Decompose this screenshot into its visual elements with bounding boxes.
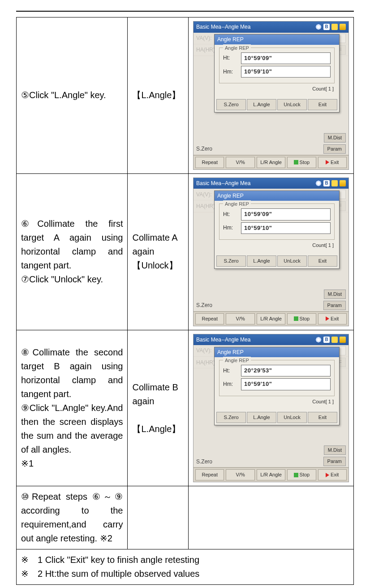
param-button[interactable]: Param: [323, 301, 346, 310]
lrangle-button[interactable]: L/R Angle: [257, 157, 285, 168]
group-label: Angle REP: [223, 200, 251, 208]
ht-label: Ht:: [223, 210, 237, 219]
group-label: Angle REP: [223, 357, 251, 364]
hm-label: Hm:: [223, 380, 237, 389]
count-label: Count[ 1 ]: [219, 83, 335, 95]
bluetooth-icon: B: [323, 337, 330, 343]
hm-label: Hm:: [223, 68, 237, 76]
repeat-button[interactable]: Repeat: [195, 157, 224, 168]
mdist-button[interactable]: M.Dist: [324, 133, 346, 143]
hm-label: Hm:: [223, 224, 237, 232]
step-text: ⑩Repeat steps ⑥～⑨ according to the requi…: [17, 486, 128, 549]
langle-button[interactable]: L.Angle: [247, 412, 276, 423]
battery-icon: [340, 180, 346, 186]
key-text: Collimate B again【L.Angle】: [128, 330, 189, 486]
key-icon: [331, 180, 338, 186]
ht-value: 20°29'53": [241, 365, 331, 376]
window-title: Basic Mea--Angle Mea: [196, 336, 250, 344]
exit-arrow-icon: [326, 160, 329, 164]
instruction-table: ⑤Click "L.Angle" key. 【L.Angle】 Basic Me…: [16, 17, 354, 585]
step-text: ⑧Collimate the second target B again usi…: [17, 330, 128, 486]
lrangle-button[interactable]: L/R Angle: [257, 469, 285, 480]
szero-side: S.Zero: [196, 145, 217, 153]
unlock-button[interactable]: UnLock: [277, 99, 307, 110]
step-text: ⑥Collimate the first target A again usin…: [17, 173, 128, 330]
battery-icon: [340, 337, 346, 343]
device-screenshot: Basic Mea--Angle Mea B VA(V): 62°19'10" …: [193, 21, 349, 170]
exit-arrow-icon: [326, 316, 329, 321]
unlock-button[interactable]: UnLock: [277, 255, 307, 267]
window-title: Basic Mea--Angle Mea: [196, 23, 250, 31]
bottom-exit-button[interactable]: Exit: [318, 313, 347, 324]
battery-icon: [340, 24, 346, 30]
play-icon: [294, 316, 298, 321]
dialog-title: Angle REP: [215, 35, 339, 45]
langle-button[interactable]: L.Angle: [247, 99, 276, 110]
szero-button[interactable]: S.Zero: [216, 412, 246, 423]
screenshot-cell: [189, 486, 354, 549]
ht-value: 10°59'09": [241, 52, 331, 64]
bluetooth-icon: B: [323, 24, 330, 30]
play-icon: [294, 160, 298, 164]
bottom-exit-button[interactable]: Exit: [318, 469, 347, 480]
exit-button[interactable]: Exit: [308, 255, 337, 267]
screenshot-cell: Basic Mea--Angle Mea B VA(V): 62°19'10" …: [189, 173, 354, 330]
exit-arrow-icon: [326, 473, 329, 477]
hm-value: 10°59'10": [241, 66, 331, 78]
window-title: Basic Mea--Angle Mea: [196, 179, 250, 188]
vpct-button[interactable]: V/%: [226, 313, 254, 324]
device-screenshot: Basic Mea--Angle Mea B VA(V): 62°19'10" …: [193, 334, 349, 483]
szero-button[interactable]: S.Zero: [216, 255, 246, 267]
screenshot-cell: Basic Mea--Angle Mea B VA(V): 62°19'10" …: [189, 17, 354, 174]
count-label: Count[ 1 ]: [219, 396, 335, 408]
exit-button[interactable]: Exit: [308, 412, 337, 423]
exit-button[interactable]: Exit: [308, 99, 337, 110]
vpct-button[interactable]: V/%: [226, 157, 254, 168]
key-text: 【L.Angle】: [128, 17, 189, 174]
ht-label: Ht:: [223, 54, 237, 62]
angle-rep-dialog: Angle REP Angle REP Ht: 10°59'09" Hm: 10…: [214, 34, 340, 112]
hm-value: 10°59'10": [241, 378, 331, 390]
gear-icon: [315, 24, 322, 30]
vpct-button[interactable]: V/%: [226, 469, 254, 480]
langle-button[interactable]: L.Angle: [247, 255, 276, 267]
key-text: Collimate A again【Unlock】: [128, 173, 189, 330]
stop-button[interactable]: Stop: [287, 157, 316, 168]
szero-side: S.Zero: [196, 458, 217, 466]
dialog-title: Angle REP: [215, 191, 339, 201]
mdist-button[interactable]: M.Dist: [324, 445, 346, 455]
play-icon: [294, 473, 298, 477]
szero-side: S.Zero: [196, 301, 217, 310]
key-text: [128, 486, 189, 549]
hm-value: 10°59'10": [241, 222, 331, 234]
repeat-button[interactable]: Repeat: [195, 313, 224, 324]
unlock-button[interactable]: UnLock: [277, 412, 307, 423]
device-screenshot: Basic Mea--Angle Mea B VA(V): 62°19'10" …: [193, 177, 349, 326]
dialog-title: Angle REP: [215, 347, 339, 358]
angle-rep-dialog: Angle REP Angle REP Ht: 20°29'53" Hm: 10…: [214, 347, 340, 425]
stop-button[interactable]: Stop: [287, 469, 316, 480]
ht-value: 10°59'09": [241, 208, 331, 220]
repeat-button[interactable]: Repeat: [195, 469, 224, 480]
notes-row: ※ 1 Click "Exit" key to finish angle ret…: [17, 549, 354, 585]
gear-icon: [315, 337, 322, 343]
bottom-exit-button[interactable]: Exit: [318, 157, 347, 168]
screenshot-cell: Basic Mea--Angle Mea B VA(V): 62°19'10" …: [189, 330, 354, 486]
bluetooth-icon: B: [323, 180, 330, 186]
group-label: Angle REP: [223, 44, 251, 52]
key-icon: [331, 337, 338, 343]
step-text: ⑤Click "L.Angle" key.: [17, 17, 128, 174]
key-icon: [331, 24, 338, 30]
param-button[interactable]: Param: [323, 144, 346, 154]
count-label: Count[ 1 ]: [219, 240, 335, 252]
param-button[interactable]: Param: [323, 457, 346, 466]
mdist-button[interactable]: M.Dist: [324, 290, 346, 299]
stop-button[interactable]: Stop: [287, 313, 316, 324]
lrangle-button[interactable]: L/R Angle: [257, 313, 285, 324]
gear-icon: [315, 180, 322, 186]
szero-button[interactable]: S.Zero: [216, 99, 246, 110]
ht-label: Ht:: [223, 367, 237, 375]
angle-rep-dialog: Angle REP Angle REP Ht: 10°59'09" Hm: 10…: [214, 190, 340, 269]
